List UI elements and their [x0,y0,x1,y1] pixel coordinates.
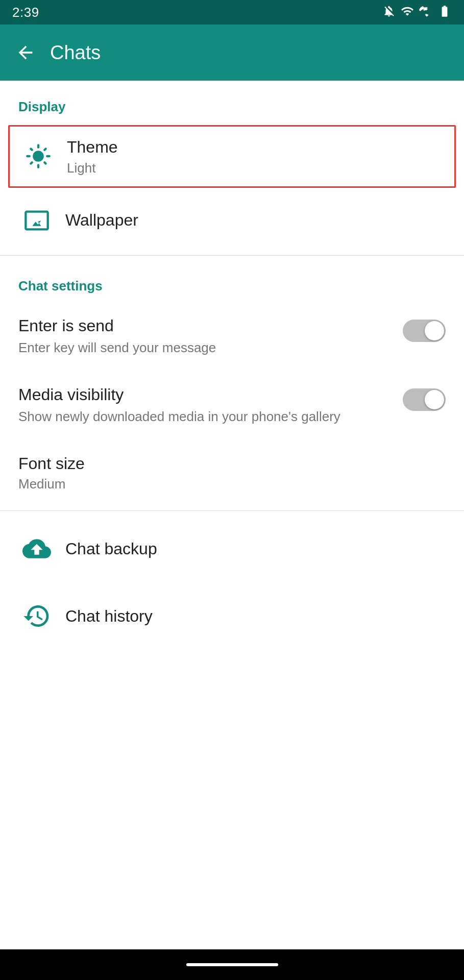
divider-1 [0,255,464,256]
wifi-icon [401,5,414,20]
chat-backup-item[interactable]: Chat backup [0,515,464,582]
chat-history-item[interactable]: Chat history [0,582,464,650]
media-visibility-item[interactable]: Media visibility Show newly downloaded m… [0,371,464,440]
signal-icon [419,5,432,20]
status-bar: 2:39 [0,0,464,24]
notification-muted-icon [382,5,396,20]
enter-is-send-item[interactable]: Enter is send Enter key will send your m… [0,302,464,371]
battery-icon [437,5,452,20]
theme-title: Theme [67,137,444,158]
chat-history-title: Chat history [65,607,153,626]
enter-is-send-title: Enter is send [18,316,393,335]
media-visibility-title: Media visibility [18,385,393,404]
font-size-item[interactable]: Font size Medium [0,440,464,506]
wallpaper-title: Wallpaper [65,210,446,231]
theme-setting-item[interactable]: Theme Light [8,125,456,188]
app-bar: Chats [0,24,464,81]
display-section-header: Display [0,81,464,123]
enter-is-send-subtitle: Enter key will send your message [18,338,393,357]
media-visibility-text: Media visibility Show newly downloaded m… [18,385,393,426]
status-time: 2:39 [12,5,39,20]
wallpaper-text: Wallpaper [65,210,446,231]
wallpaper-icon [18,202,55,239]
theme-subtitle: Light [67,160,444,176]
font-size-subtitle: Medium [18,476,446,492]
chat-backup-title: Chat backup [65,540,157,558]
nav-bar [0,949,464,980]
history-icon [18,598,55,634]
chat-settings-section-header: Chat settings [0,260,464,302]
divider-2 [0,510,464,511]
font-size-title: Font size [18,454,446,473]
media-visibility-toggle[interactable] [403,388,446,411]
settings-content: Display Theme Light Wallpaper Chat setti… [0,81,464,650]
brightness-icon [20,138,57,175]
status-icons [382,5,452,20]
home-indicator [186,963,278,966]
enter-is-send-toggle[interactable] [403,320,446,342]
wallpaper-setting-item[interactable]: Wallpaper [0,190,464,251]
page-title: Chats [50,42,101,64]
theme-text: Theme Light [67,137,444,176]
media-visibility-subtitle: Show newly downloaded media in your phon… [18,407,393,426]
enter-is-send-text: Enter is send Enter key will send your m… [18,316,393,357]
cloud-upload-icon [18,530,55,567]
back-button[interactable] [15,42,36,63]
